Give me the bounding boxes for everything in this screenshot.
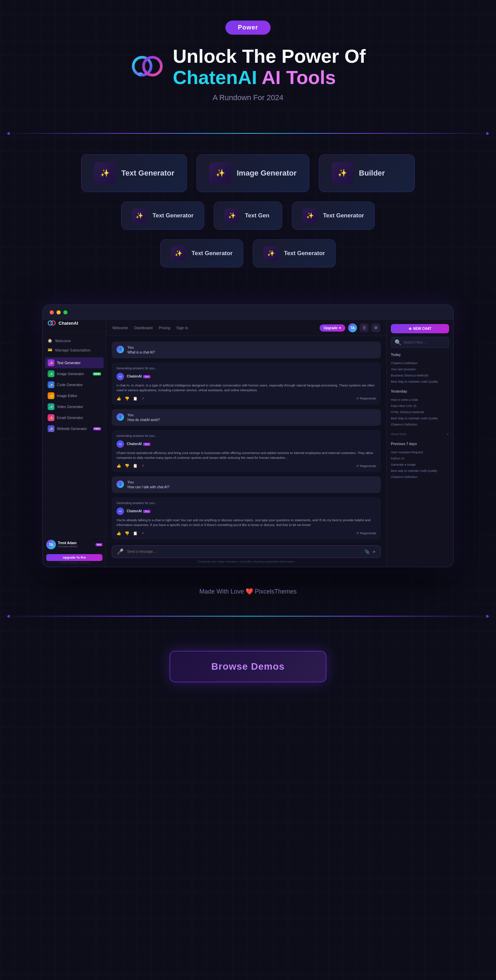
user-label-3: You [127, 480, 169, 484]
today-title: Today [391, 353, 449, 356]
divider-bottom [0, 616, 496, 617]
tool-label-text-gen-6: Text Generator [284, 250, 325, 257]
sidebar-logo-icon [48, 320, 56, 326]
ai-header-1: Generating answers for you... [116, 367, 376, 370]
navbar-link-pricing[interactable]: Pricing [158, 326, 170, 330]
regenerate-button-3[interactable]: ↺ Regenerate [356, 531, 376, 535]
history-item-python[interactable]: Python UI [391, 455, 449, 461]
chat-input[interactable] [127, 550, 361, 554]
regenerate-button-2[interactable]: ↺ Regenerate [356, 464, 376, 468]
chatenai-logo [130, 53, 165, 81]
history-item-chatenai-def3[interactable]: ChatenAI Definition [391, 474, 449, 480]
tool-card-image-gen-1[interactable]: ✨ Image Generator [196, 154, 309, 192]
tool-card-text-gen-5[interactable]: ✨ Text Generator [160, 239, 243, 267]
chat-area[interactable]: 👤 You What is a chat AI? Generating answ… [106, 336, 387, 541]
navbar-link-welcome[interactable]: Welcome [113, 326, 128, 330]
navbar-upgrade-button[interactable]: Upgrade ✦ [320, 325, 345, 332]
microphone-icon: 🎤 [117, 548, 124, 555]
history-text-code-q: Best Way to maintain code Quality [391, 380, 438, 383]
video-gen-label: Video Generator [57, 405, 83, 409]
screenshot-section: ChatenAI 🏠 Welcome 💳 Manage Subscription [0, 304, 496, 588]
sidebar-nav-subscription[interactable]: 💳 Manage Subscription [43, 345, 106, 355]
thumbs-up-icon[interactable]: 👍 [116, 396, 121, 401]
history-item-write-code[interactable]: How to write a code [391, 397, 449, 403]
history-item-last-q[interactable]: Your last Question [391, 366, 449, 372]
navbar-link-signin[interactable]: Sign In [176, 326, 188, 330]
ai-pro-badge-1: Pro [143, 375, 151, 378]
history-item-chatenai-def2[interactable]: ChatenAI Definition [391, 422, 449, 428]
ai-name-3: ChatenAI [127, 509, 142, 513]
page-container: Power [0, 0, 496, 710]
tool-card-text-gen-1[interactable]: ✨ Text Generator [81, 154, 187, 192]
history-item-assistant[interactable]: User Assistant Request [391, 449, 449, 455]
sidebar-tool-image-editor[interactable]: ✨ Image Editor [43, 390, 106, 401]
history-item-html-css[interactable]: Fake Html CSS JS [391, 403, 449, 409]
ai-action-icons-3: 👍 👎 📋 ↗ [116, 531, 144, 536]
text-gen-label: Text Generator [57, 361, 81, 365]
ai-info-2: ChatenAI Pro [127, 440, 151, 447]
tool-card-text-gen-4[interactable]: ✨ Text Generator [292, 202, 375, 230]
sidebar-upgrade-button[interactable]: Upgrade To Pro [46, 554, 102, 561]
sidebar-tool-code-gen[interactable]: ✨ Code Generator [43, 379, 106, 390]
user-message-1: 👤 You What is a chat AI? [112, 342, 381, 358]
navbar-menu-button[interactable]: ☰ [360, 323, 369, 332]
navbar-actions: Upgrade ✦ TA ☰ ⚙ [320, 323, 380, 332]
image-editor-icon: ✨ [48, 392, 54, 399]
share-icon-2[interactable]: ↗ [141, 464, 144, 468]
sidebar-tool-website-gen[interactable]: ✨ Website Generator PRO [43, 423, 106, 434]
tool-icon-text-gen-6: ✨ [263, 246, 279, 261]
history-item-shortcut[interactable]: Business Shortcut Methods [391, 372, 449, 379]
user-label-1: You [127, 346, 155, 349]
thumbs-down-icon[interactable]: 👎 [125, 396, 130, 401]
history-text-html-shortcut: HTML Shortcut Methods [391, 410, 424, 414]
tool-card-text-gen-6[interactable]: ✨ Text Generator [253, 239, 336, 267]
sidebar-nav-welcome[interactable]: 🏠 Welcome [43, 336, 106, 345]
navbar-settings-button[interactable]: ⚙ [371, 323, 380, 332]
history-text-code-q2: Best Way to maintain code Quality [391, 417, 438, 420]
attach-icon[interactable]: 📎 [364, 549, 369, 554]
history-item-code-q2[interactable]: Best Way to maintain code Quality [391, 415, 449, 422]
search-icon: 🔍 [395, 339, 401, 346]
history-text-chatenai-def3: ChatenAI Definition [391, 475, 418, 479]
sidebar-tool-image-gen[interactable]: ✨ Image Generator NEW [43, 368, 106, 379]
history-item-code-q[interactable]: Best Way to maintain code Quality [391, 379, 449, 385]
ai-actions-2: 👍 👎 📋 ↗ ↺ Regenerate [116, 464, 376, 468]
show-more-row[interactable]: Show More ∨ [391, 431, 449, 437]
headline-text: Unlock The Power Of ChatenAI AI Tools [173, 46, 366, 88]
tool-label-text-gen-2: Text Generator [152, 212, 193, 219]
user-text-3: How can I talk with chat AI? [127, 485, 169, 489]
sidebar-tool-video-gen[interactable]: ✨ Video Generator [43, 401, 106, 412]
hero-section: Power [0, 0, 496, 116]
ai-text-1: A chat AI, or chatAI, is a type of artif… [116, 383, 376, 393]
regenerate-button-1[interactable]: ↺ Regenerate [356, 397, 376, 400]
thumbs-up-icon-3[interactable]: 👍 [116, 531, 121, 536]
thumbs-up-icon-2[interactable]: 👍 [116, 464, 121, 468]
today-history: ChatenAI Definition → Your last Question… [391, 360, 449, 385]
svg-point-2 [138, 72, 143, 76]
share-icon-3[interactable]: ↗ [141, 531, 144, 536]
history-item-code-q3[interactable]: Best way to maintain code Quality [391, 468, 449, 474]
new-chat-button[interactable]: ⊕ NEW CHAT [391, 324, 449, 333]
thumbs-down-icon-2[interactable]: 👎 [125, 464, 130, 468]
tool-card-text-gen-3[interactable]: ✨ Text Gen [214, 202, 282, 230]
tool-card-text-gen-2[interactable]: ✨ Text Generator [121, 202, 204, 230]
history-item-chatenai-def[interactable]: ChatenAI Definition → [391, 360, 449, 366]
sidebar-tool-email-gen[interactable]: ✨ Email Generator [43, 412, 106, 423]
navbar-link-dashboard[interactable]: Dashboard [134, 326, 153, 330]
copy-icon-3[interactable]: 📋 [133, 531, 138, 536]
history-item-gen-image[interactable]: Generate a Image [391, 461, 449, 468]
send-icon[interactable]: ➤ [372, 549, 376, 554]
copy-icon-2[interactable]: 📋 [133, 464, 138, 468]
sidebar-user-name: Trent Adam [58, 541, 93, 545]
chat-input-area: 🎤 📎 ➤ Chatends can make mistakes. Consid… [106, 541, 387, 567]
image-gen-new-badge: NEW [93, 372, 101, 375]
history-search-box[interactable]: 🔍 Search Here... [391, 337, 449, 348]
browse-demos-button[interactable]: Browse Demos [170, 651, 326, 682]
tool-card-builder-1[interactable]: ✨ Builder [319, 154, 415, 192]
chat-input-box[interactable]: 🎤 📎 ➤ [112, 545, 381, 558]
copy-icon[interactable]: 📋 [133, 396, 138, 401]
share-icon[interactable]: ↗ [141, 396, 144, 401]
thumbs-down-icon-3[interactable]: 👎 [125, 531, 130, 536]
sidebar-tool-text-gen[interactable]: ✨ Text Generator [45, 357, 104, 368]
history-item-html-shortcut[interactable]: HTML Shortcut Methods [391, 409, 449, 415]
